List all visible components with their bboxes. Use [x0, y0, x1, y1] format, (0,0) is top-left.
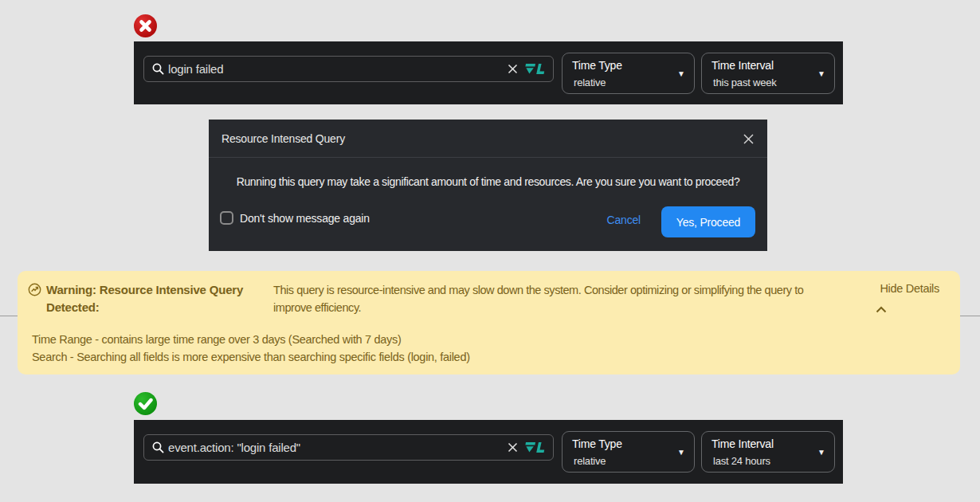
check-icon	[134, 392, 157, 415]
checkbox-label: Don't show message again	[240, 212, 370, 225]
banner-heading: Warning: Resource Intensive Query Detect…	[46, 281, 249, 316]
query-bar-after: Time Type relative ▼ Time Interval last …	[134, 420, 843, 484]
dont-show-again-checkbox[interactable]: Don't show message again	[220, 211, 370, 225]
caret-down-icon: ▼	[677, 69, 685, 78]
search-icon	[151, 441, 165, 454]
x-icon	[134, 14, 157, 37]
banner-detail-line: Time Range - contains large time range o…	[32, 331, 470, 348]
banner-message: This query is resource-intensive and may…	[273, 281, 843, 316]
query-bar-before: Time Type relative ▼ Time Interval this …	[134, 41, 843, 104]
proceed-button[interactable]: Yes, Proceed	[661, 206, 755, 237]
chevron-up-icon[interactable]	[876, 302, 887, 309]
query-language-logo-icon[interactable]	[524, 63, 545, 76]
warning-banner: Warning: Resource Intensive Query Detect…	[18, 271, 960, 375]
error-status-icon	[134, 14, 157, 37]
time-interval-dropdown-before[interactable]: Time Interval this past week ▼	[701, 53, 835, 94]
warning-trend-icon	[28, 283, 41, 300]
modal-title: Resource Intensed Query	[221, 132, 345, 145]
search-input-after[interactable]	[168, 441, 504, 454]
modal-header: Resource Intensed Query	[209, 120, 767, 158]
time-type-dropdown-after[interactable]: Time Type relative ▼	[562, 431, 695, 473]
time-type-value: relative	[574, 455, 673, 467]
clear-icon[interactable]	[507, 441, 519, 453]
time-type-label: Time Type	[572, 437, 673, 450]
banner-detail-line: Search - Searching all fields is more ex…	[32, 348, 470, 366]
time-interval-dropdown-after[interactable]: Time Interval last 24 hours ▼	[701, 431, 835, 473]
search-box-before[interactable]	[143, 56, 554, 82]
success-status-icon	[134, 392, 157, 415]
resource-query-modal: Resource Intensed Query Running this que…	[209, 120, 767, 251]
time-interval-label: Time Interval	[711, 437, 813, 450]
search-input-before[interactable]	[168, 62, 504, 76]
modal-footer: Don't show message again Cancel Yes, Pro…	[209, 202, 767, 251]
search-box-after[interactable]	[143, 434, 554, 461]
modal-message: Running this query may take a significan…	[209, 175, 767, 188]
time-type-label: Time Type	[572, 59, 673, 72]
cancel-button[interactable]: Cancel	[607, 214, 641, 226]
time-type-value: relative	[574, 76, 673, 88]
banner-details: Time Range - contains large time range o…	[32, 331, 470, 366]
hide-details-button[interactable]: Hide Details	[880, 282, 939, 295]
clear-icon[interactable]	[507, 63, 519, 75]
time-interval-label: Time Interval	[711, 59, 813, 72]
time-interval-value: this past week	[713, 76, 813, 88]
time-interval-value: last 24 hours	[713, 455, 813, 467]
search-icon	[151, 62, 165, 76]
caret-down-icon: ▼	[817, 448, 825, 457]
caret-down-icon: ▼	[677, 448, 685, 457]
caret-down-icon: ▼	[817, 69, 825, 78]
time-type-dropdown-before[interactable]: Time Type relative ▼	[562, 53, 695, 94]
query-language-logo-icon[interactable]	[524, 441, 545, 454]
checkbox-icon[interactable]	[220, 211, 233, 225]
close-icon[interactable]	[740, 131, 756, 147]
